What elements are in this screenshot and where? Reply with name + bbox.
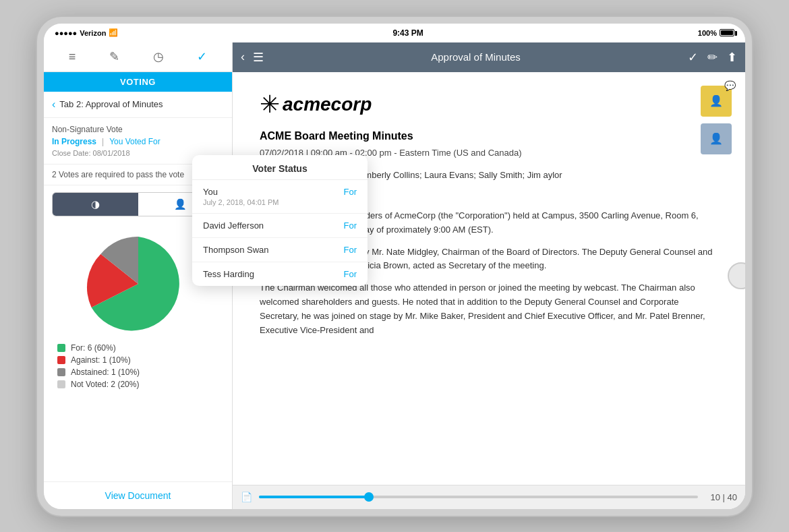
acme-logo: ✳ acmecorp: [260, 92, 718, 117]
doc-para-3: The Chairman welcomed all those who atte…: [260, 281, 718, 337]
doc-toolbar-right: ✓ ✏ ⬆: [688, 50, 737, 65]
pie-chart: [84, 230, 192, 338]
status-bar: ●●●●● Verizon 📶 9:43 PM 100%: [44, 24, 745, 42]
page-doc-icon: 📄: [241, 492, 252, 502]
chart-tab[interactable]: ◑: [53, 193, 138, 216]
voter-tess-vote: For: [344, 269, 357, 279]
status-bar-right: 100%: [698, 29, 734, 37]
ipad-frame: ●●●●● Verizon 📶 9:43 PM 100% ≡ ✎ ◷ ✓ VOT…: [37, 17, 752, 516]
left-toolbar: ≡ ✎ ◷ ✓: [44, 42, 232, 72]
divider: |: [102, 137, 104, 146]
for-dot: [57, 344, 65, 352]
logo-text: acmecorp: [283, 94, 372, 115]
view-document-button[interactable]: View Document: [44, 481, 232, 509]
you-voted-for: You Voted For: [109, 137, 160, 146]
voter-you-vote: For: [344, 187, 357, 197]
check-icon[interactable]: ✓: [194, 47, 210, 67]
wifi-icon: 📶: [109, 28, 118, 37]
clock-icon[interactable]: ◷: [150, 47, 167, 67]
legend-for: For: 6 (60%): [57, 343, 218, 353]
carrier-name: Verizon: [80, 29, 106, 37]
voter-row-tess: Tess Harding For: [192, 262, 368, 286]
person-tab-icon: 👤: [174, 198, 187, 210]
voter-tess-name: Tess Harding: [203, 269, 254, 279]
legend-abstained: Abstained: 1 (10%): [57, 367, 218, 377]
voter-david-name: David Jefferson: [203, 220, 264, 231]
voting-header: VOTING: [44, 72, 232, 92]
battery-icon: [720, 29, 734, 36]
doc-back-icon[interactable]: ‹: [241, 50, 245, 64]
voter-thompson-name: Thompson Swan: [203, 245, 269, 255]
legend: For: 6 (60%) Against: 1 (10%) Abstained:…: [44, 338, 232, 397]
voter-you-name: You: [203, 187, 279, 197]
vote-type: Non-Signature Vote: [52, 125, 224, 134]
doc-pencil-icon[interactable]: ✏: [707, 50, 718, 65]
status-bar-left: ●●●●● Verizon 📶: [55, 28, 118, 37]
signal-icon: ●●●●●: [55, 29, 77, 37]
vote-status-row: In Progress | You Voted For: [52, 137, 224, 146]
doc-title: ACME Board Meeting Minutes: [260, 130, 718, 142]
back-label: Tab 2: Approval of Minutes: [59, 99, 163, 109]
not-voted-dot: [57, 380, 65, 388]
doc-toolbar-left: ‹ ☰: [241, 50, 264, 65]
progress-track[interactable]: [259, 496, 698, 498]
in-progress-badge: In Progress: [52, 137, 96, 146]
person-annotation[interactable]: 👤: [701, 123, 732, 154]
against-dot: [57, 356, 65, 364]
voter-david-vote: For: [344, 220, 357, 231]
sticky-person-icon: 👤: [709, 94, 723, 107]
logo-star-icon: ✳: [260, 92, 280, 117]
sticky-annotation[interactable]: 👤: [701, 86, 732, 117]
legend-against: Against: 1 (10%): [57, 355, 218, 365]
main-content: ≡ ✎ ◷ ✓ VOTING ‹ Tab 2: Approval of Minu…: [44, 42, 745, 509]
voter-row-thompson: Thompson Swan For: [192, 238, 368, 262]
pencil-icon[interactable]: ✎: [107, 47, 122, 67]
voter-you-info: You July 2, 2018, 04:01 PM: [203, 187, 279, 206]
not-voted-label: Not Voted: 2 (20%): [71, 380, 139, 389]
hamburger-icon[interactable]: ≡: [66, 47, 79, 67]
doc-toolbar-title: Approval of Minutes: [272, 51, 680, 63]
against-label: Against: 1 (10%): [71, 355, 131, 365]
voter-row-david: David Jefferson For: [192, 214, 368, 238]
pie-tab-icon: ◑: [91, 198, 100, 210]
annotation-person-icon: 👤: [709, 132, 723, 145]
doc-list-icon[interactable]: ☰: [253, 50, 264, 65]
page-bar: 📄 10 | 40: [233, 485, 745, 509]
status-bar-time: 9:43 PM: [118, 28, 698, 38]
page-count: 10 | 40: [710, 492, 737, 502]
progress-fill: [259, 496, 369, 498]
voter-popup-title: Voter Status: [192, 155, 368, 180]
back-arrow-icon: ‹: [52, 98, 55, 111]
abstained-label: Abstained: 1 (10%): [71, 367, 140, 377]
voter-you-time: July 2, 2018, 04:01 PM: [203, 198, 279, 206]
legend-not-voted: Not Voted: 2 (20%): [57, 380, 218, 389]
abstained-dot: [57, 368, 65, 376]
voter-row-you: You July 2, 2018, 04:01 PM For: [192, 180, 368, 214]
doc-toolbar: ‹ ☰ Approval of Minutes ✓ ✏ ⬆: [233, 42, 745, 72]
back-row[interactable]: ‹ Tab 2: Approval of Minutes: [44, 92, 232, 118]
battery-percent: 100%: [698, 29, 717, 37]
progress-thumb: [364, 492, 374, 502]
voter-status-popup: Voter Status You July 2, 2018, 04:01 PM …: [192, 155, 368, 286]
voter-thompson-vote: For: [344, 245, 357, 255]
doc-check-icon[interactable]: ✓: [688, 50, 698, 65]
for-label: For: 6 (60%): [71, 343, 116, 353]
doc-share-icon[interactable]: ⬆: [727, 50, 737, 65]
